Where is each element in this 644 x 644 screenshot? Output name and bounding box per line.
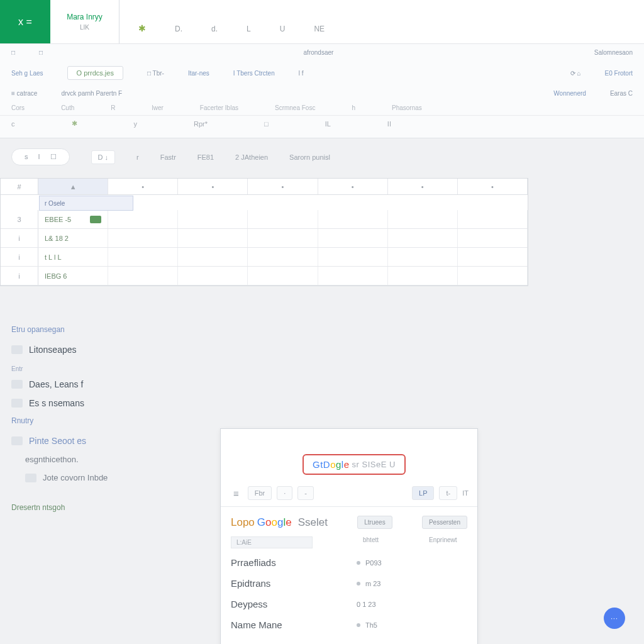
row-num[interactable]: i <box>1 267 38 285</box>
col-d[interactable]: • <box>248 179 318 194</box>
tb-btn[interactable]: · <box>277 486 292 500</box>
popup-col-3[interactable]: Enprinewt <box>429 536 457 548</box>
col-f[interactable]: • <box>388 179 458 194</box>
rb5-0[interactable]: c <box>11 120 15 128</box>
row-num[interactable]: i <box>1 248 38 266</box>
table-row[interactable]: i L& 18 2 <box>1 229 528 248</box>
side-entry[interactable]: Es s nsemans <box>0 394 217 413</box>
rb4-7[interactable]: Phasornas <box>392 104 422 111</box>
col-b[interactable]: • <box>108 179 178 194</box>
side-entry[interactable]: Pinte Seoot es <box>0 431 217 450</box>
rb-center[interactable]: afrondsaer <box>304 49 334 56</box>
rb2-i1[interactable]: Itar-nes <box>188 70 209 77</box>
col-c[interactable]: • <box>178 179 248 194</box>
col-a[interactable]: ▲ <box>38 179 108 194</box>
rb4-1[interactable]: Cuth <box>61 104 74 111</box>
side-entry[interactable]: Daes, Leans f <box>0 375 217 394</box>
cell-a[interactable]: EBEE -5 <box>38 210 108 228</box>
google-badge[interactable]: GtD ogle sr SISeE U <box>303 454 406 475</box>
popup-col-2[interactable]: bhtett <box>363 536 379 548</box>
tb-btn-active[interactable]: LP <box>412 486 434 500</box>
cell-a[interactable]: t L l L <box>38 248 108 266</box>
tb-btn[interactable]: Fbr <box>248 486 272 500</box>
side-entry-sub[interactable]: Jote covorn Inbde <box>0 469 217 487</box>
table-row[interactable]: i t L l L <box>1 248 528 267</box>
tb-btn[interactable]: IT <box>462 489 469 497</box>
rb4-2[interactable]: R <box>111 104 115 111</box>
rb3-r0[interactable]: Wonnenerd <box>553 90 586 97</box>
table-row[interactable]: 3 EBEE -5 <box>1 210 528 229</box>
cell-f[interactable] <box>388 210 458 228</box>
rb2-i2[interactable]: I Tbers Ctrcten <box>233 70 275 77</box>
row-num[interactable]: i <box>1 229 38 247</box>
side-footer-link[interactable]: Dresertn ntsgoh <box>11 503 217 512</box>
side-entry[interactable]: Litonseapes <box>0 340 217 359</box>
fb-l0: r <box>136 153 139 161</box>
rb5-6[interactable]: II <box>387 120 391 128</box>
named-range-cell[interactable]: r Osele <box>39 196 133 211</box>
doc-title-block[interactable]: Mara Inryy LIK <box>50 0 119 43</box>
cell-a[interactable]: IEBG 6 <box>38 267 108 285</box>
rb5-5[interactable]: IL <box>325 120 331 128</box>
active-file-chip[interactable]: O prrdcs.jes <box>67 66 123 80</box>
tab-d1[interactable]: D. <box>174 21 184 37</box>
brand-button-2[interactable]: Pessersten <box>422 516 467 529</box>
name-box[interactable]: s I ☐ <box>11 148 70 165</box>
rb4-6[interactable]: h <box>352 104 355 111</box>
rb5-1-icon[interactable]: ✱ <box>72 119 77 128</box>
rb4-5[interactable]: Scrmnea Fosc <box>275 104 315 111</box>
doc-title: Mara Inryy <box>67 13 103 21</box>
col-g[interactable]: • <box>458 179 528 194</box>
nb-2: ☐ <box>50 153 57 161</box>
sheets-logo[interactable]: x = <box>0 0 50 43</box>
cell-e[interactable] <box>318 210 388 228</box>
cell-d[interactable] <box>248 210 318 228</box>
popup-row[interactable]: Name ManeTh5 <box>221 614 477 635</box>
brand-button-1[interactable]: Ltruees <box>357 516 392 529</box>
ribbon-row-2: Seh g Laes O prrdcs.jes □ Tbr- Itar-nes … <box>0 61 644 85</box>
popup-col-1[interactable]: L:AiE <box>231 536 313 548</box>
rb4-4[interactable]: Facerter Iblas <box>200 104 238 111</box>
cell-a[interactable]: L& 18 2 <box>38 229 108 247</box>
rb2-i3[interactable]: l f <box>299 70 304 77</box>
table-row[interactable]: i IEBG 6 <box>1 267 528 286</box>
tb-btn[interactable]: - <box>297 486 314 500</box>
cell-b[interactable] <box>108 210 178 228</box>
list-icon <box>11 380 23 389</box>
tab-d2[interactable]: d. <box>210 21 219 37</box>
rb4-0[interactable]: Cors <box>11 104 25 111</box>
rb-ghost-1[interactable]: □ <box>11 49 15 56</box>
rb4-3[interactable]: lwer <box>152 104 163 111</box>
cell-c[interactable] <box>178 210 248 228</box>
tab-l[interactable]: L <box>245 21 252 37</box>
popup-row[interactable]: PrraefliadsP093 <box>221 552 477 573</box>
popup-row[interactable]: Deypess0 1 23 <box>221 594 477 614</box>
side-entry-sub[interactable]: esgnthicethon. <box>0 450 217 469</box>
rb3-left[interactable]: ≡ catrace <box>11 90 37 97</box>
rb-ghost-2[interactable]: □ <box>39 49 43 56</box>
corner-cell[interactable]: # <box>1 179 38 194</box>
rb2-i4[interactable]: ⟳ ⌂ <box>570 70 581 77</box>
tab-u[interactable]: U <box>279 21 287 37</box>
tb-btn[interactable]: t- <box>439 486 457 500</box>
menu-icon[interactable]: ≡ <box>230 488 243 499</box>
rb5-3[interactable]: Rpr* <box>194 120 208 128</box>
rb2-i0[interactable]: □ Tbr- <box>147 70 164 77</box>
rb3-r1[interactable]: Earas C <box>610 90 633 97</box>
popup-row[interactable]: Epidtransm 23 <box>221 573 477 594</box>
cell-ref-box[interactable]: D ↓ <box>91 150 116 164</box>
fab-button[interactable]: ··· <box>604 608 625 629</box>
spreadsheet-grid[interactable]: # ▲ • • • • • • r Osele 3 EBEE -5 i L& 1… <box>0 178 528 286</box>
rb3-mid[interactable]: drvck parnh Parertn F <box>61 90 122 97</box>
rb-right[interactable]: Salomnesaon <box>594 49 633 56</box>
tab-ne[interactable]: NE <box>313 21 326 37</box>
ribbon-row-3: ≡ catrace drvck parnh Parertn F Wonnener… <box>0 85 644 102</box>
row-num[interactable]: 3 <box>1 210 38 228</box>
star-icon[interactable]: ✱ <box>137 19 147 37</box>
rb5-4[interactable]: □ <box>264 120 269 128</box>
col-e[interactable]: • <box>318 179 388 194</box>
rb2-i5[interactable]: E0 Frotort <box>605 70 633 77</box>
logo-glyph: x = <box>18 16 32 28</box>
rb5-2[interactable]: y <box>134 120 138 128</box>
cell-g[interactable] <box>458 210 528 228</box>
